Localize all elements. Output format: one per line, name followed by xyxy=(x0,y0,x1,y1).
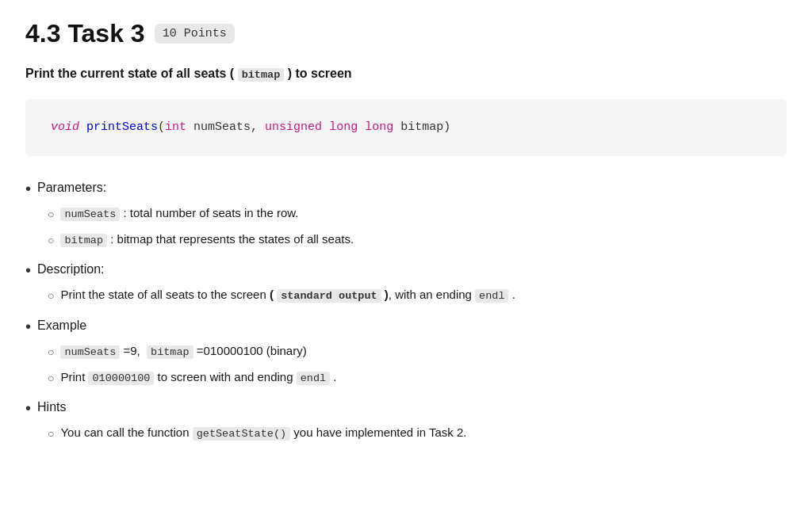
function-name: printSeats xyxy=(86,120,158,134)
keyword-void: void xyxy=(51,120,79,134)
keyword-long1: long xyxy=(329,120,358,134)
bullet-dot: • xyxy=(25,316,31,337)
example-label: Example xyxy=(37,316,86,335)
example-text-1: numSeats =9, bitmap =010000100 (binary) xyxy=(60,341,306,361)
function-signature-block: void printSeats(int numSeats, unsigned l… xyxy=(25,99,787,156)
param-bitmap: ○ bitmap : bitmap that represents the st… xyxy=(48,230,787,250)
keyword-unsigned: unsigned xyxy=(265,120,322,134)
code-endl-1: endl xyxy=(475,289,508,303)
code-endl-2: endl xyxy=(297,372,330,385)
code-param1: numSeats, xyxy=(186,120,265,134)
bullet-dot: • xyxy=(25,398,31,418)
parameters-sub-list: ○ numSeats : total number of seats in th… xyxy=(48,204,787,249)
list-item-description: • Description: ○ Print the state of all … xyxy=(25,260,787,305)
subtitle-code: bitmap xyxy=(238,68,285,82)
bullet-dot: • xyxy=(25,260,31,280)
code-numseats-ex: numSeats xyxy=(60,345,120,359)
sub-bullet: ○ xyxy=(48,231,54,249)
code-getseatstate: getSeatState() xyxy=(193,427,290,441)
param-bitmap-text: bitmap : bitmap that represents the stat… xyxy=(60,230,354,250)
hint-text: You can call the function getSeatState()… xyxy=(60,423,466,443)
code-binary-value: 010000100 xyxy=(88,372,154,385)
example-item-1: ○ numSeats =9, bitmap =010000100 (binary… xyxy=(48,341,787,361)
param-numseats: ○ numSeats : total number of seats in th… xyxy=(48,204,787,223)
page-title-container: 4.3 Task 3 10 Points xyxy=(25,19,787,48)
bullet-dot: • xyxy=(25,178,31,199)
sub-bullet: ○ xyxy=(48,369,54,387)
list-item-hints: • Hints ○ You can call the function getS… xyxy=(25,398,787,443)
code-numseats: numSeats xyxy=(60,208,120,221)
parameters-label: Parameters: xyxy=(37,178,106,197)
hints-label: Hints xyxy=(37,398,66,417)
sub-bullet: ○ xyxy=(48,205,54,223)
hints-sub-list: ○ You can call the function getSeatState… xyxy=(48,423,787,443)
description-sub-list: ○ Print the state of all seats to the sc… xyxy=(48,285,787,305)
sub-bullet: ○ xyxy=(48,287,54,304)
sub-bullet: ○ xyxy=(48,425,54,442)
code-bitmap: bitmap xyxy=(60,234,107,247)
keyword-long2: long xyxy=(365,120,393,134)
page-title: 4.3 Task 3 xyxy=(25,19,145,48)
example-text-2: Print 010000100 to screen with and endin… xyxy=(60,368,336,387)
code-paren-open: ( xyxy=(158,120,165,134)
list-item-parameters: • Parameters: ○ numSeats : total number … xyxy=(25,178,787,249)
content-list: • Parameters: ○ numSeats : total number … xyxy=(25,178,787,443)
points-badge: 10 Points xyxy=(155,24,235,44)
code-bitmap-ex: bitmap xyxy=(147,345,193,359)
param-numseats-text: numSeats : total number of seats in the … xyxy=(60,204,298,223)
list-item-example: • Example ○ numSeats =9, bitmap =0100001… xyxy=(25,316,787,387)
code-param2: bitmap) xyxy=(393,120,450,134)
description-label: Description: xyxy=(37,260,104,279)
description-item: ○ Print the state of all seats to the sc… xyxy=(48,285,787,305)
hint-item: ○ You can call the function getSeatState… xyxy=(48,423,787,443)
example-item-2: ○ Print 010000100 to screen with and end… xyxy=(48,368,787,387)
subtitle-text-before: Print the current state of all seats ( xyxy=(25,67,238,80)
keyword-int: int xyxy=(165,120,186,134)
example-sub-list: ○ numSeats =9, bitmap =010000100 (binary… xyxy=(48,341,787,387)
code-standard-output: standard output xyxy=(277,289,381,303)
description-text: Print the state of all seats to the scre… xyxy=(60,285,515,305)
sub-bullet: ○ xyxy=(48,343,54,360)
task-subtitle: Print the current state of all seats ( b… xyxy=(25,64,787,83)
subtitle-text-after: ) to screen xyxy=(284,67,351,80)
